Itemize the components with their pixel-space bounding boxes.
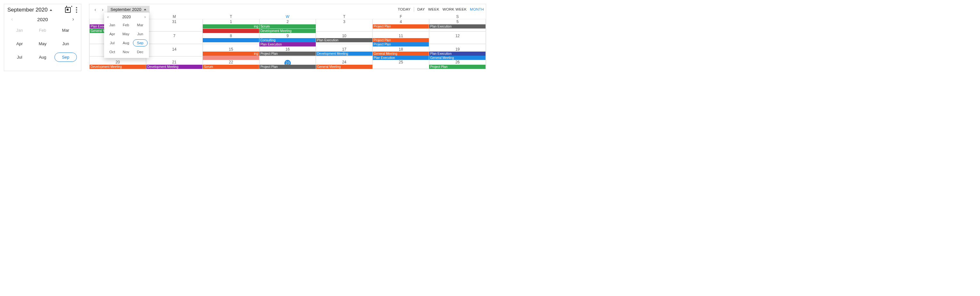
popup-month-dec[interactable]: Dec <box>135 49 146 55</box>
calendar-panel: ‹ › September 2020 TODAY DAY WEEK WORK W… <box>89 4 486 69</box>
empty-event-slot <box>316 42 372 46</box>
month-cell-jul[interactable]: Jul <box>13 54 26 61</box>
calendar-event[interactable]: Development Meeting <box>316 52 372 56</box>
month-picker-header: September 2020 <box>7 6 78 14</box>
popup-prev-year-icon[interactable]: ‹ <box>107 14 108 19</box>
calendar-event[interactable]: Plan Execution <box>316 38 372 42</box>
popup-year-label: 2020 <box>123 15 131 19</box>
prev-year-chevron-icon[interactable]: ‹ <box>9 16 15 23</box>
empty-event-slot <box>203 42 259 46</box>
popup-month-apr[interactable]: Apr <box>107 31 118 37</box>
calendar-event[interactable]: Plan Execution <box>259 42 316 46</box>
caret-up-icon <box>144 9 146 10</box>
empty-event-slot <box>429 29 485 33</box>
calendar-event[interactable]: Project Plan <box>429 65 485 69</box>
popup-year-nav: ‹ 2020 › <box>105 14 148 21</box>
year-navigation: ‹ 2020 › <box>7 14 78 23</box>
calendar-event[interactable]: ing <box>203 52 259 56</box>
calendar-event[interactable] <box>203 56 259 60</box>
calendar-event[interactable]: General Meeting <box>373 52 429 56</box>
popup-month-jul[interactable]: Jul <box>107 40 117 46</box>
calendar-event[interactable]: Project Plan <box>373 42 429 46</box>
calendar-event[interactable] <box>203 38 259 42</box>
month-grid: JanFebMarAprMayJunJulAugSep <box>7 23 78 63</box>
month-cell-jan[interactable]: Jan <box>13 27 27 34</box>
month-cell-may[interactable]: May <box>35 40 51 48</box>
month-cell-sep[interactable]: Sep <box>54 53 76 62</box>
next-period-chevron-icon[interactable]: › <box>100 6 105 13</box>
calendar-event[interactable]: Scrum <box>203 65 259 69</box>
empty-event-slot <box>146 38 203 42</box>
view-switcher: TODAY DAY WEEK WORK WEEK MONTH <box>398 7 484 11</box>
month-cell-feb[interactable]: Feb <box>35 27 50 34</box>
popup-month-jan[interactable]: Jan <box>107 22 118 28</box>
popup-month-oct[interactable]: Oct <box>107 49 118 55</box>
month-picker-title[interactable]: September 2020 <box>7 7 52 13</box>
caret-up-icon <box>49 9 52 11</box>
view-month[interactable]: MONTH <box>470 7 484 11</box>
calendar-event[interactable]: Plan Execution <box>373 56 429 60</box>
calendar-event[interactable]: ing <box>203 24 259 29</box>
calendar-event[interactable]: General Meeting <box>429 56 485 60</box>
popup-month-nov[interactable]: Nov <box>120 49 132 55</box>
calendar-event[interactable]: Project Plan <box>373 38 429 42</box>
popup-month-may[interactable]: May <box>120 31 132 37</box>
calendar-event[interactable]: Development Meeting <box>146 65 203 69</box>
toolbar-left: ‹ › September 2020 <box>92 6 150 13</box>
month-cell-jun[interactable]: Jun <box>59 40 73 48</box>
month-picker-title-text: September 2020 <box>7 7 48 13</box>
calendar-event[interactable]: General Meeting <box>316 65 372 69</box>
view-workweek[interactable]: WORK WEEK <box>442 7 467 11</box>
empty-event-slot <box>373 65 429 69</box>
empty-event-slot <box>429 42 485 46</box>
view-day[interactable]: DAY <box>417 7 425 11</box>
prev-period-chevron-icon[interactable]: ‹ <box>92 6 98 13</box>
empty-event-slot <box>146 29 203 33</box>
calendar-event[interactable]: Development Meeting <box>259 29 316 33</box>
popup-next-year-icon[interactable]: › <box>145 14 146 19</box>
month-cell-mar[interactable]: Mar <box>58 27 73 34</box>
more-menu-icon[interactable] <box>75 7 78 13</box>
popup-month-sep[interactable]: Sep <box>133 40 148 46</box>
popup-month-feb[interactable]: Feb <box>120 22 132 28</box>
empty-event-slot <box>146 56 203 60</box>
calendar-event[interactable]: Plan Execution <box>429 52 485 56</box>
popup-month-grid: JanFebMarAprMayJunJulAugSepOctNovDec <box>105 21 148 56</box>
empty-event-slot <box>316 24 372 29</box>
empty-event-slot <box>259 56 316 60</box>
empty-event-slot <box>373 29 429 33</box>
calendar-event[interactable]: Scrum <box>259 24 316 29</box>
empty-event-slot <box>146 52 203 56</box>
calendar-event[interactable]: Project Plan <box>373 24 429 29</box>
calendar-event[interactable]: Plan Execution <box>429 24 485 29</box>
calendar-event[interactable]: Development Meeting <box>90 65 146 69</box>
event-row: Development MeetingDevelopment MeetingSc… <box>89 65 486 69</box>
next-year-chevron-icon[interactable]: › <box>70 16 76 23</box>
month-picker-actions <box>65 7 78 13</box>
month-cell-apr[interactable]: Apr <box>13 40 27 48</box>
popup-month-jun[interactable]: Jun <box>135 31 146 37</box>
month-popup: ‹ 2020 › JanFebMarAprMayJunJulAugSepOctN… <box>104 13 149 58</box>
month-picker-panel: September 2020 ‹ 2020 › JanFebMarAprMayJ… <box>4 4 81 71</box>
month-cell-aug[interactable]: Aug <box>35 54 50 61</box>
year-label: 2020 <box>37 17 48 22</box>
view-week[interactable]: WEEK <box>428 7 439 11</box>
empty-event-slot <box>146 42 203 46</box>
empty-event-slot <box>429 38 485 42</box>
popup-month-mar[interactable]: Mar <box>135 22 146 28</box>
empty-event-slot <box>316 29 372 33</box>
popup-month-aug[interactable]: Aug <box>120 40 132 46</box>
view-today[interactable]: TODAY <box>398 7 410 11</box>
calendar-event[interactable]: Project Plan <box>259 52 316 56</box>
current-period-button[interactable]: September 2020 <box>107 6 150 13</box>
calendar-event[interactable]: Project Plan <box>259 65 316 69</box>
current-period-label: September 2020 <box>110 7 141 12</box>
empty-event-slot <box>146 24 203 29</box>
calendar-event[interactable] <box>203 29 259 33</box>
calendar-today-icon[interactable] <box>65 7 71 13</box>
empty-event-slot <box>316 56 372 60</box>
calendar-event[interactable]: Consulting <box>259 38 316 42</box>
